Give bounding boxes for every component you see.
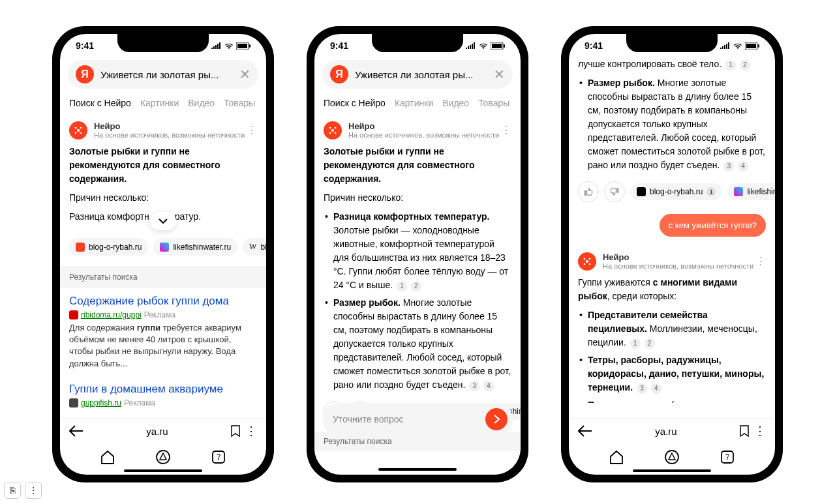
more-menu-icon[interactable]: ⋮	[501, 124, 511, 136]
search-bar[interactable]: Я Уживется ли золотая ры... ✕	[322, 60, 513, 89]
expand-chevron-icon[interactable]	[150, 212, 176, 230]
svg-point-14	[331, 129, 334, 132]
search-result[interactable]: Содержание рыбок гуппи дома ribidoma.ru/…	[60, 288, 266, 376]
citation-ref[interactable]: 1	[630, 338, 641, 349]
tab-goods[interactable]: Товары	[224, 98, 255, 108]
result-favicon	[69, 398, 78, 408]
source-chips: blog-o-rybah.ru likefishinwater.ru W blo	[60, 231, 266, 262]
collapse-icon[interactable]: ⎘	[4, 482, 21, 499]
more-menu-icon[interactable]: ⋮	[247, 124, 257, 136]
svg-point-16	[335, 127, 337, 129]
svg-point-24	[589, 258, 591, 260]
bullet-size: • Размер рыбок. Многие золотые способны …	[578, 76, 766, 172]
source-favicon	[160, 243, 169, 252]
clear-search-icon[interactable]: ✕	[239, 67, 250, 82]
phone-mockup-2: 9:41 Я Уживется ли золотая ры... ✕ Поиск…	[307, 26, 528, 482]
citation-ref[interactable]: 4	[651, 383, 661, 394]
yandex-logo: Я	[330, 65, 348, 83]
system-nav: 7	[569, 445, 775, 469]
tabs-icon[interactable]: 7	[210, 449, 227, 466]
back-icon[interactable]	[69, 425, 84, 437]
citation-ref[interactable]: 1	[397, 281, 407, 291]
citation-ref[interactable]: 3	[637, 383, 647, 394]
source-chip[interactable]: likefishinw	[727, 183, 775, 200]
source-chip[interactable]: likefishinwater.ru	[153, 238, 237, 256]
svg-rect-1	[237, 44, 247, 48]
search-query[interactable]: Уживется ли золотая ры...	[355, 69, 487, 80]
citation-ref[interactable]: 3	[469, 381, 479, 391]
neiro-icon	[69, 121, 87, 140]
alice-icon[interactable]	[155, 449, 172, 466]
result-title[interactable]: Гуппи в домашнем аквариуме	[69, 383, 257, 396]
browser-url[interactable]: ya.ru	[84, 426, 231, 437]
prev-answer-tail: лучше контролировать своё тело. 1 2 • Ра…	[569, 51, 775, 172]
svg-point-7	[80, 132, 82, 134]
result-url: guppifish.ru Реклама	[69, 398, 257, 408]
neiro-answer-expanded: Золотые рыбки и гуппи не рекомендуются д…	[314, 145, 521, 392]
alice-icon[interactable]	[663, 449, 680, 466]
search-query[interactable]: Уживется ли золотая ры...	[100, 69, 233, 80]
refine-bar[interactable]: Уточните вопрос	[322, 403, 513, 436]
page-menu-icon[interactable]: ⋮	[25, 482, 42, 499]
system-nav: 7	[60, 445, 266, 469]
clear-search-icon[interactable]: ✕	[494, 67, 505, 82]
browser-menu-icon[interactable]: ⋮	[754, 424, 766, 438]
citation-ref[interactable]: 3	[723, 161, 734, 171]
result-favicon	[69, 310, 78, 319]
refine-input[interactable]: Уточните вопрос	[333, 414, 485, 424]
browser-menu-icon[interactable]: ⋮	[245, 424, 257, 438]
thumbs-up-button[interactable]	[578, 181, 599, 202]
search-tabs: Поиск с Нейро Картинки Видео Товары	[314, 94, 521, 112]
svg-rect-20	[746, 44, 756, 48]
browser-url[interactable]: ya.ru	[592, 426, 740, 437]
citation-ref[interactable]: 4	[738, 161, 748, 171]
back-icon[interactable]	[578, 425, 592, 437]
phone-mockup-3: 9:41 лучше контролировать своё тело. 1 2…	[561, 26, 783, 482]
tab-images[interactable]: Картинки	[140, 98, 179, 108]
bookmark-icon[interactable]	[231, 425, 240, 437]
svg-text:7: 7	[725, 453, 730, 462]
status-time: 9:41	[584, 40, 603, 51]
browser-toolbar: ya.ru ⋮	[569, 418, 775, 443]
home-icon[interactable]	[608, 449, 625, 466]
status-time: 9:41	[330, 40, 348, 51]
tab-images[interactable]: Картинки	[395, 98, 433, 108]
result-url: ribidoma.ru/guppi Реклама	[69, 310, 257, 319]
citation-ref[interactable]: 2	[411, 281, 421, 291]
send-button[interactable]	[485, 408, 508, 430]
tab-goods[interactable]: Товары	[478, 98, 509, 108]
citation-ref[interactable]: 4	[483, 381, 494, 391]
home-indicator	[378, 468, 457, 471]
svg-point-4	[75, 127, 77, 129]
status-icons	[211, 42, 250, 50]
search-bar[interactable]: Я Уживется ли золотая ры... ✕	[68, 60, 258, 89]
tab-neiro[interactable]: Поиск с Нейро	[324, 98, 386, 108]
source-chip[interactable]: blog-o-rybah.ru	[69, 238, 148, 256]
result-title[interactable]: Содержание рыбок гуппи дома	[69, 295, 257, 308]
citation-ref[interactable]: 2	[645, 338, 655, 349]
tab-video[interactable]: Видео	[442, 98, 469, 108]
user-followup-bubble: с кем уживётся гуппи?	[660, 214, 766, 237]
status-icons	[720, 42, 759, 50]
tab-neiro[interactable]: Поиск с Нейро	[69, 98, 131, 108]
svg-point-18	[335, 132, 337, 134]
neiro-icon	[324, 121, 342, 140]
more-menu-icon[interactable]: ⋮	[755, 255, 766, 267]
thumbs-down-button[interactable]	[604, 181, 625, 202]
status-icons	[466, 42, 505, 50]
tabs-icon[interactable]: 7	[719, 449, 736, 466]
citation-ref[interactable]: 1	[725, 60, 736, 70]
feedback-row: blog-o-rybah.ru 1 likefishinw	[569, 176, 775, 207]
search-result[interactable]: Гуппи в домашнем аквариуме guppifish.ru …	[60, 376, 266, 414]
citation-ref[interactable]: 2	[740, 60, 750, 70]
source-chip[interactable]: W blo	[243, 238, 266, 256]
neiro-title: Нейро	[348, 121, 499, 131]
tab-video[interactable]: Видео	[188, 98, 215, 108]
notch	[372, 34, 463, 52]
source-chip[interactable]: blog-o-rybah.ru 1	[630, 183, 722, 200]
svg-rect-13	[504, 44, 505, 48]
bullet-reason-2: • Размер рыбок. Многие золотые способны …	[324, 296, 511, 392]
neiro-header: Нейро На основе источников, возможны нет…	[60, 112, 266, 145]
bookmark-icon[interactable]	[740, 425, 749, 437]
home-icon[interactable]	[99, 449, 116, 466]
